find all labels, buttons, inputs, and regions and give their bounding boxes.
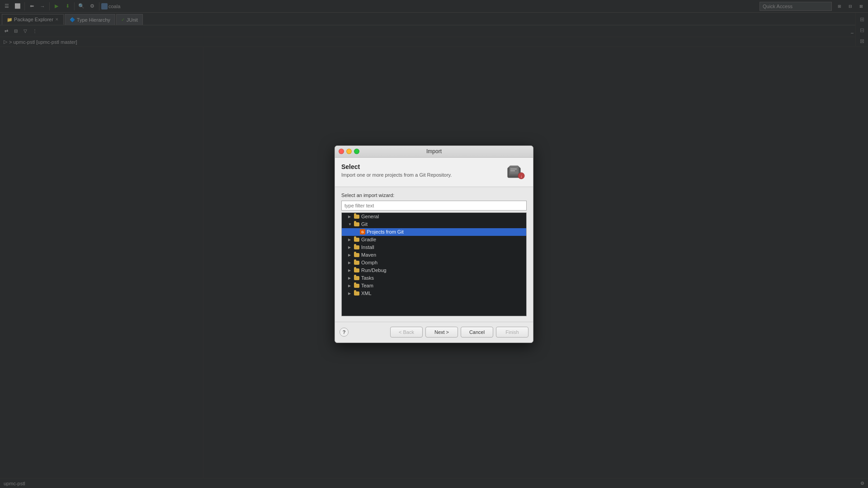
dialog-footer: ? < Back Next > Cancel Finish (335, 322, 533, 343)
help-button[interactable]: ? (340, 328, 349, 337)
tree-item-gradle[interactable]: ▶ Gradle (342, 236, 526, 244)
tree-item-xml[interactable]: ▶ XML (342, 290, 526, 297)
tree-item-maven[interactable]: ▶ Maven (342, 251, 526, 259)
tree-item-run-debug[interactable]: ▶ Run/Debug (342, 267, 526, 274)
tree-arrow-install: ▶ (348, 245, 353, 249)
dialog-section-title: Select (341, 163, 452, 170)
svg-rect-4 (510, 170, 515, 171)
modal-overlay: Import Select Import one or more project… (0, 0, 868, 488)
tree-item-oomph[interactable]: ▶ Oomph (342, 259, 526, 267)
finish-button[interactable]: Finish (496, 327, 528, 338)
tree-arrow-git: ▼ (348, 222, 353, 226)
tree-arrow-general: ▶ (348, 215, 353, 219)
traffic-light-red[interactable] (339, 149, 344, 154)
tree-arrow-run-debug: ▶ (348, 268, 353, 272)
tree-label-tasks: Tasks (361, 275, 374, 281)
traffic-light-green[interactable] (354, 149, 359, 154)
folder-icon-tasks (354, 275, 360, 281)
tree-item-install[interactable]: ▶ Install (342, 244, 526, 251)
svg-text:↓: ↓ (520, 174, 522, 178)
git-icon-projects: G (360, 229, 365, 235)
cancel-button-label: Cancel (469, 329, 485, 335)
traffic-lights (339, 149, 359, 154)
tree-label-gradle: Gradle (361, 237, 376, 242)
next-button[interactable]: Next > (425, 327, 458, 338)
dialog-titlebar: Import (335, 146, 533, 158)
svg-rect-3 (510, 169, 517, 169)
folder-icon-git (354, 221, 360, 227)
dialog-section-description: Import one or more projects from a Git R… (341, 172, 452, 178)
tree-arrow-oomph: ▶ (348, 261, 353, 265)
tree-container[interactable]: ▶ General ▼ Git ▶ G Projects from Git (341, 212, 527, 316)
tree-item-team[interactable]: ▶ Team (342, 282, 526, 290)
wizard-label: Select an import wizard: (341, 192, 527, 198)
tree-label-run-debug: Run/Debug (361, 267, 387, 273)
tree-label-xml: XML (361, 291, 372, 296)
tree-label-maven: Maven (361, 252, 376, 258)
tree-label-git: Git (361, 221, 368, 227)
back-button-label: < Back (399, 329, 414, 335)
dialog-title: Import (426, 148, 442, 155)
folder-icon-general (354, 214, 360, 219)
import-dialog: Import Select Import one or more project… (335, 145, 533, 343)
tree-label-team: Team (361, 283, 373, 288)
tree-label-install: Install (361, 244, 374, 250)
folder-icon-xml (354, 291, 360, 296)
tree-item-general[interactable]: ▶ General (342, 213, 526, 221)
tree-label-projects-from-git: Projects from Git (367, 229, 404, 235)
import-git-icon: ↓ (505, 163, 527, 181)
tree-arrow-gradle: ▶ (348, 238, 353, 242)
folder-icon-run-debug (354, 267, 360, 273)
finish-button-label: Finish (505, 329, 519, 335)
folder-icon-install (354, 244, 360, 250)
dialog-body: Select an import wizard: ▶ General ▼ Git (335, 187, 533, 322)
next-button-label: Next > (434, 329, 449, 335)
filter-input[interactable] (341, 201, 527, 211)
folder-icon-oomph (354, 260, 360, 265)
tree-arrow-team: ▶ (348, 284, 353, 288)
tree-item-projects-from-git[interactable]: ▶ G Projects from Git (342, 228, 526, 236)
back-button[interactable]: < Back (390, 327, 423, 338)
cancel-button[interactable]: Cancel (461, 327, 493, 338)
dialog-header: Select Import one or more projects from … (335, 158, 533, 187)
svg-rect-2 (509, 166, 519, 174)
tree-item-tasks[interactable]: ▶ Tasks (342, 274, 526, 282)
dialog-header-icon: ↓ (505, 163, 527, 181)
tree-label-oomph: Oomph (361, 260, 377, 265)
tree-arrow-tasks: ▶ (348, 276, 353, 280)
tree-arrow-xml: ▶ (348, 291, 353, 296)
tree-item-git[interactable]: ▼ Git (342, 221, 526, 228)
tree-arrow-maven: ▶ (348, 253, 353, 257)
dialog-header-text: Select Import one or more projects from … (341, 163, 452, 178)
tree-label-general: General (361, 214, 379, 219)
folder-icon-maven (354, 252, 360, 258)
traffic-light-yellow[interactable] (346, 149, 352, 154)
folder-icon-team (354, 283, 360, 288)
folder-icon-gradle (354, 237, 360, 242)
